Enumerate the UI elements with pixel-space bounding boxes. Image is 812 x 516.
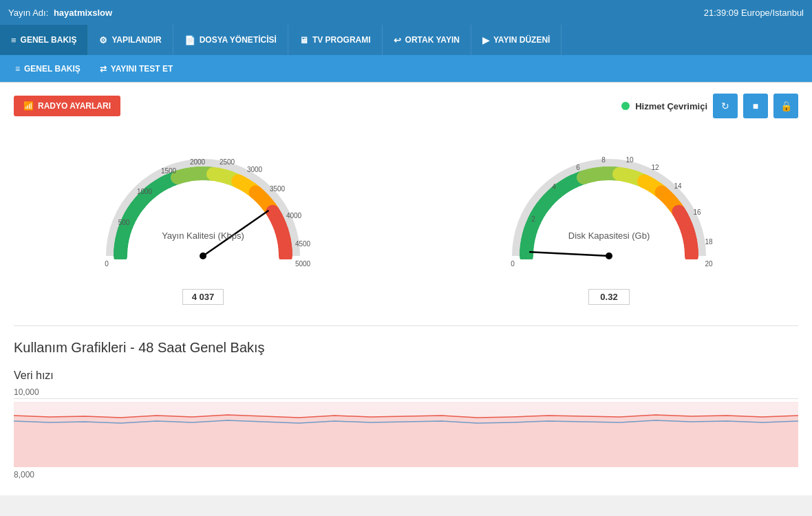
svg-line-15 <box>530 252 609 256</box>
status-dot <box>621 102 630 110</box>
svg-text:1500: 1500 <box>161 167 177 175</box>
nav-item-dosya-yoneticisi[interactable]: 📄 DOSYA YÖNETİCİSİ <box>173 25 288 55</box>
station-info: Yayın Adı: hayatmixslow <box>8 8 112 18</box>
svg-point-16 <box>606 252 612 259</box>
nav-item-yapilandir[interactable]: ⚙ YAPILANDIR <box>88 25 173 55</box>
nav-label-genel-bakis: GENEL BAKIŞ <box>21 35 77 45</box>
svg-text:2500: 2500 <box>220 158 235 166</box>
chart-area <box>14 398 798 467</box>
station-name: hayatmixslow <box>54 8 112 18</box>
nav-icon-yapilandir: ⚙ <box>99 35 107 45</box>
sub-nav-genel-bakis[interactable]: ≡ GENEL BAKIŞ <box>6 55 90 83</box>
radio-icon: 📶 <box>23 101 34 111</box>
svg-text:8: 8 <box>601 156 606 164</box>
chart-section-title: Kullanım Grafikleri - 48 Saat Genel Bakı… <box>14 340 798 356</box>
radio-ayarlari-button[interactable]: 📶 RADYO AYARLARI <box>14 96 120 116</box>
nav-icon-dosya: 📄 <box>184 35 195 45</box>
gauge1-svg: Yayın Kalitesi (Kbps) 0 500 1000 1500 20… <box>86 132 320 283</box>
nav-icon-genel-bakis: ≡ <box>11 35 17 45</box>
stop-icon: ■ <box>753 100 758 111</box>
chart-value-8000: 8,000 <box>14 470 798 480</box>
sub-nav-icon-test: ⇄ <box>100 64 107 74</box>
svg-text:18: 18 <box>705 238 713 246</box>
nav-label-ortak: ORTAK YAYIN <box>405 35 460 45</box>
status-text: Hizmet Çevrimiçi <box>635 101 707 111</box>
svg-text:0: 0 <box>511 260 515 268</box>
svg-text:16: 16 <box>693 208 701 216</box>
svg-text:14: 14 <box>674 182 682 190</box>
svg-marker-29 <box>14 415 798 467</box>
svg-text:4: 4 <box>552 183 556 191</box>
gauge1-wrapper: Yayın Kalitesi (Kbps) 0 500 1000 1500 20… <box>86 132 320 305</box>
nav-label-yayin: YAYIN DÜZENİ <box>493 35 550 45</box>
nav-item-ortak-yayin[interactable]: ↩ ORTAK YAYIN <box>383 25 471 55</box>
chart-section: Kullanım Grafikleri - 48 Saat Genel Bakı… <box>14 325 798 480</box>
svg-text:0: 0 <box>105 260 109 268</box>
main-content: 📶 RADYO AYARLARI Hizmet Çevrimiçi ↻ ■ 🔒 <box>0 83 812 495</box>
sub-nav: ≡ GENEL BAKIŞ ⇄ YAYINI TEST ET <box>0 55 812 83</box>
chart-svg <box>14 402 798 467</box>
sub-nav-icon-genel: ≡ <box>15 64 20 74</box>
station-label: Yayın Adı: <box>8 8 48 18</box>
svg-text:20: 20 <box>705 260 713 268</box>
nav-icon-ortak: ↩ <box>394 35 401 45</box>
sub-nav-yayini-test-et[interactable]: ⇄ YAYINI TEST ET <box>90 55 182 83</box>
nav-item-genel-bakis[interactable]: ≡ GENEL BAKIŞ <box>0 25 88 55</box>
refresh-icon: ↻ <box>721 100 729 111</box>
svg-text:5000: 5000 <box>295 260 311 268</box>
nav-label-dosya: DOSYA YÖNETİCİSİ <box>200 35 277 45</box>
svg-text:2000: 2000 <box>190 158 206 166</box>
gauge2-wrapper: Disk Kapasitesi (Gb) 0 2 4 6 8 10 12 14 … <box>492 132 726 305</box>
svg-text:10: 10 <box>626 156 634 164</box>
svg-text:6: 6 <box>576 164 580 171</box>
top-bar: Yayın Adı: hayatmixslow 21:39:09 Europe/… <box>0 0 812 25</box>
gauge1-label: Yayın Kalitesi (Kbps) <box>162 230 244 241</box>
gauge2-svg: Disk Kapasitesi (Gb) 0 2 4 6 8 10 12 14 … <box>492 132 726 283</box>
gauge2-label: Disk Kapasitesi (Gb) <box>568 230 650 241</box>
nav-icon-yayin: ▶ <box>482 35 489 45</box>
svg-text:3500: 3500 <box>270 185 286 193</box>
stop-button[interactable]: ■ <box>743 94 768 118</box>
nav-item-yayin-duzeni[interactable]: ▶ YAYIN DÜZENİ <box>471 25 562 55</box>
radio-btn-label: RADYO AYARLARI <box>38 101 111 111</box>
veri-hizi-label: Veri hızı <box>14 369 798 382</box>
gauges-container: Yayın Kalitesi (Kbps) 0 500 1000 1500 20… <box>14 132 798 305</box>
nav-item-tv-programi[interactable]: 🖥 TV PROGRAMI <box>288 25 383 55</box>
svg-text:4500: 4500 <box>295 240 311 248</box>
svg-text:12: 12 <box>651 164 659 171</box>
nav-label-tv: TV PROGRAMI <box>312 35 371 45</box>
nav-label-yapilandir: YAPILANDIR <box>111 35 161 45</box>
status-area: Hizmet Çevrimiçi ↻ ■ 🔒 <box>621 94 798 118</box>
nav-bar: ≡ GENEL BAKIŞ ⚙ YAPILANDIR 📄 DOSYA YÖNET… <box>0 25 812 55</box>
nav-icon-tv: 🖥 <box>299 35 308 45</box>
toolbar-row: 📶 RADYO AYARLARI Hizmet Çevrimiçi ↻ ■ 🔒 <box>14 94 798 118</box>
svg-text:4000: 4000 <box>286 212 302 219</box>
svg-text:3000: 3000 <box>247 166 263 173</box>
svg-point-2 <box>200 252 206 259</box>
sub-nav-label-genel: GENEL BAKIŞ <box>24 64 81 74</box>
svg-text:500: 500 <box>118 219 130 226</box>
lock-icon: 🔒 <box>780 100 792 111</box>
top-bar-time: 21:39:09 Europe/Istanbul <box>704 8 804 18</box>
chart-value-10000: 10,000 <box>14 387 798 397</box>
gauge1-value: 4 037 <box>182 289 224 305</box>
gauge2-value: 0.32 <box>588 289 630 305</box>
svg-text:1000: 1000 <box>137 188 153 195</box>
refresh-button[interactable]: ↻ <box>713 94 738 118</box>
svg-text:2: 2 <box>531 215 535 223</box>
sub-nav-label-test: YAYINI TEST ET <box>111 64 173 74</box>
lock-button[interactable]: 🔒 <box>773 94 798 118</box>
